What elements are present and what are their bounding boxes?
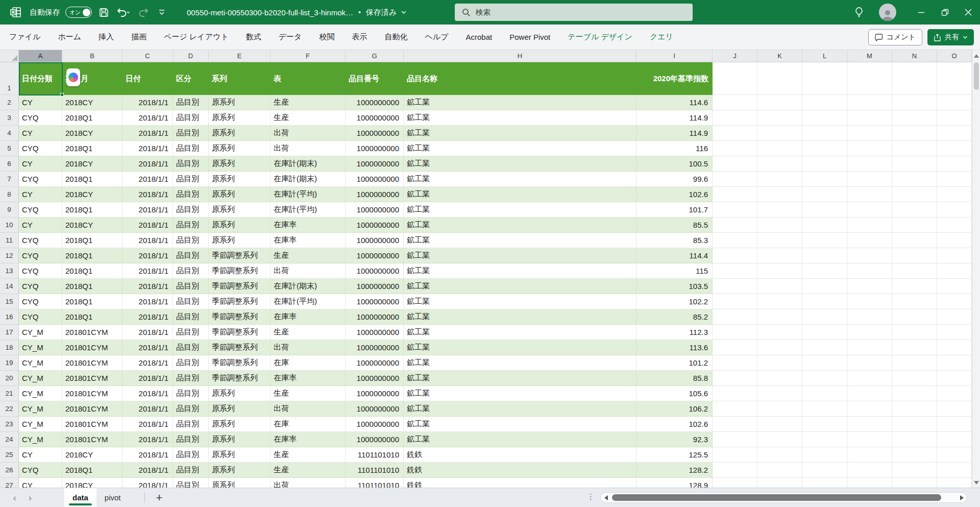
cell-A2[interactable]: CY (19, 95, 62, 110)
cell-D23[interactable]: 品目別 (173, 417, 209, 432)
cell-I15[interactable]: 102.2 (636, 294, 713, 309)
cell-H16[interactable]: 鉱工業 (404, 309, 636, 325)
cell-B6[interactable]: 2018CY (62, 156, 122, 172)
cell-C14[interactable]: 2018/1/1 (122, 279, 173, 294)
search-input[interactable]: 検索 (455, 4, 693, 21)
cell-J1[interactable] (713, 62, 757, 95)
row-header-11[interactable]: 11 (0, 233, 19, 248)
cell-O15[interactable] (937, 294, 972, 309)
cell-G7[interactable]: 1000000000 (346, 172, 404, 187)
cell-F13[interactable]: 出荷 (271, 263, 346, 279)
cell-E18[interactable]: 季節調整系列 (209, 340, 271, 355)
cell-J10[interactable] (713, 218, 757, 233)
cell-I23[interactable]: 102.6 (636, 417, 713, 432)
cell-I25[interactable]: 125.5 (636, 447, 713, 463)
cell-G1[interactable]: 品目番号 (346, 62, 404, 95)
cell-H24[interactable]: 鉱工業 (404, 432, 636, 447)
cell-O22[interactable] (937, 401, 972, 417)
row-header-27[interactable]: 27 (0, 478, 19, 488)
row-header-2[interactable]: 2 (0, 95, 19, 110)
cell-D2[interactable]: 品目別 (173, 95, 209, 110)
cell-G6[interactable]: 1000000000 (346, 156, 404, 172)
cell-M2[interactable] (847, 95, 892, 110)
cell-M9[interactable] (847, 202, 892, 218)
cell-L3[interactable] (802, 110, 847, 126)
share-button[interactable]: 共有 (927, 29, 974, 45)
cell-B23[interactable]: 201801CYM (62, 417, 122, 432)
cell-K24[interactable] (757, 432, 802, 447)
cell-D26[interactable]: 品目別 (173, 463, 209, 478)
cell-L6[interactable] (802, 156, 847, 172)
cell-C8[interactable]: 2018/1/1 (122, 187, 173, 202)
column-header-C[interactable]: C (122, 50, 173, 62)
cell-O14[interactable] (937, 279, 972, 294)
column-header-J[interactable]: J (713, 50, 757, 62)
cell-I13[interactable]: 115 (636, 263, 713, 279)
cell-H12[interactable]: 鉱工業 (404, 248, 636, 263)
cell-M13[interactable] (847, 263, 892, 279)
cell-E6[interactable]: 原系列 (209, 156, 271, 172)
cell-B12[interactable]: 2018Q1 (62, 248, 122, 263)
cell-I6[interactable]: 100.5 (636, 156, 713, 172)
cell-A18[interactable]: CY_M (19, 340, 62, 355)
ribbon-tab-12[interactable]: Power Pivot (509, 33, 550, 41)
cell-G17[interactable]: 1000000000 (346, 325, 404, 340)
cell-F4[interactable]: 出荷 (271, 126, 346, 141)
cell-E14[interactable]: 季節調整系列 (209, 279, 271, 294)
cell-K4[interactable] (757, 126, 802, 141)
cell-G20[interactable]: 1000000000 (346, 371, 404, 386)
cell-I16[interactable]: 85.2 (636, 309, 713, 325)
horizontal-scroll-thumb[interactable] (612, 494, 941, 501)
cell-A13[interactable]: CYQ (19, 263, 62, 279)
cell-G8[interactable]: 1000000000 (346, 187, 404, 202)
cell-F7[interactable]: 在庫計(期末) (271, 172, 346, 187)
cell-L11[interactable] (802, 233, 847, 248)
cell-O17[interactable] (937, 325, 972, 340)
cell-H7[interactable]: 鉱工業 (404, 172, 636, 187)
cell-A11[interactable]: CYQ (19, 233, 62, 248)
cell-G14[interactable]: 1000000000 (346, 279, 404, 294)
cell-E9[interactable]: 原系列 (209, 202, 271, 218)
cell-F16[interactable]: 在庫率 (271, 309, 346, 325)
cell-L9[interactable] (802, 202, 847, 218)
ribbon-tab-14[interactable]: クエリ (650, 32, 673, 42)
cell-O3[interactable] (937, 110, 972, 126)
column-header-F[interactable]: F (271, 50, 346, 62)
cell-A14[interactable]: CYQ (19, 279, 62, 294)
cell-G23[interactable]: 1000000000 (346, 417, 404, 432)
redo-button[interactable] (135, 5, 150, 20)
cell-G4[interactable]: 1000000000 (346, 126, 404, 141)
cell-L17[interactable] (802, 325, 847, 340)
cell-L8[interactable] (802, 187, 847, 202)
cell-D9[interactable]: 品目別 (173, 202, 209, 218)
cell-G19[interactable]: 1000000000 (346, 355, 404, 371)
column-header-K[interactable]: K (757, 50, 802, 62)
cell-K16[interactable] (757, 309, 802, 325)
cell-H18[interactable]: 鉱工業 (404, 340, 636, 355)
cell-I1[interactable]: 2020年基準指数 (636, 62, 713, 95)
vertical-scroll-thumb[interactable] (974, 62, 979, 90)
row-header-6[interactable]: 6 (0, 156, 19, 172)
cell-J26[interactable] (713, 463, 757, 478)
cell-B8[interactable]: 2018CY (62, 187, 122, 202)
cell-F24[interactable]: 在庫率 (271, 432, 346, 447)
cell-M20[interactable] (847, 371, 892, 386)
cell-J22[interactable] (713, 401, 757, 417)
row-header-4[interactable]: 4 (0, 126, 19, 141)
cell-O21[interactable] (937, 386, 972, 401)
cell-E15[interactable]: 季節調整系列 (209, 294, 271, 309)
cell-O13[interactable] (937, 263, 972, 279)
cell-B14[interactable]: 2018Q1 (62, 279, 122, 294)
sheet-tab-data[interactable]: data (64, 488, 96, 507)
cell-L1[interactable] (802, 62, 847, 95)
cell-O5[interactable] (937, 141, 972, 156)
cell-O12[interactable] (937, 248, 972, 263)
cell-H15[interactable]: 鉱工業 (404, 294, 636, 309)
cell-H2[interactable]: 鉱工業 (404, 95, 636, 110)
cell-G26[interactable]: 1101101010 (346, 463, 404, 478)
cell-N17[interactable] (892, 325, 937, 340)
cell-K15[interactable] (757, 294, 802, 309)
cell-N24[interactable] (892, 432, 937, 447)
column-header-A[interactable]: A (19, 50, 62, 62)
cell-H20[interactable]: 鉱工業 (404, 371, 636, 386)
